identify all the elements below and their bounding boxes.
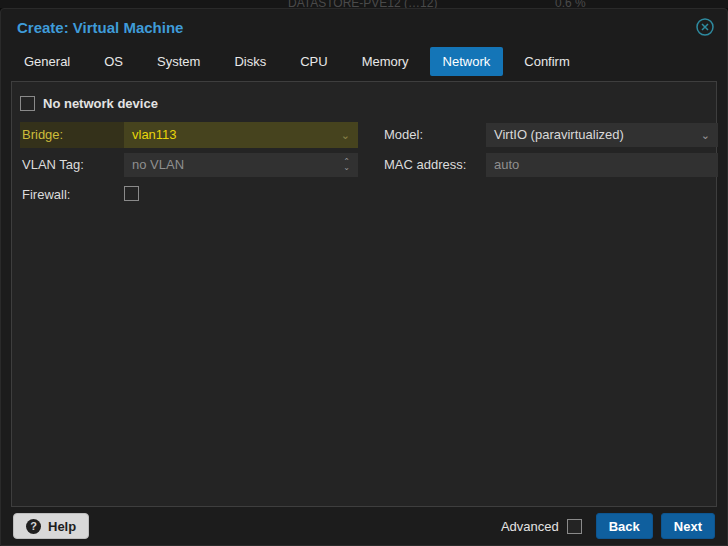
- background-page-strip: DATASTORE-PVE12 (…12) 0.6 %: [0, 0, 728, 8]
- firewall-cell: [124, 186, 358, 205]
- bridge-label: Bridge:: [20, 122, 124, 148]
- firewall-label: Firewall:: [20, 183, 124, 207]
- dialog-titlebar: Create: Virtual Machine: [1, 9, 727, 45]
- back-button[interactable]: Back: [596, 513, 653, 539]
- dialog-title: Create: Virtual Machine: [17, 19, 695, 36]
- mac-address-input[interactable]: auto: [486, 153, 718, 177]
- tab-disks[interactable]: Disks: [221, 47, 279, 76]
- mac-address-label: MAC address:: [382, 153, 486, 177]
- tab-network[interactable]: Network: [430, 47, 504, 76]
- firewall-checkbox[interactable]: [124, 186, 139, 201]
- vlan-tag-label: VLAN Tag:: [20, 153, 124, 177]
- close-icon[interactable]: [695, 17, 715, 37]
- vlan-tag-input[interactable]: no VLAN ⌃⌄: [124, 153, 358, 177]
- dialog-footer: ? Help Advanced Back Next: [1, 507, 727, 545]
- advanced-checkbox[interactable]: [567, 519, 582, 534]
- network-form-panel: No network device Bridge: vlan113 ⌄ Mode…: [11, 81, 717, 507]
- help-button[interactable]: ? Help: [13, 513, 89, 539]
- tab-system[interactable]: System: [144, 47, 213, 76]
- form-grid: Bridge: vlan113 ⌄ Model: VirtIO (paravir…: [18, 123, 710, 207]
- model-label: Model:: [382, 123, 486, 147]
- question-icon: ?: [26, 519, 41, 534]
- number-stepper-icon[interactable]: ⌃⌄: [343, 159, 350, 171]
- model-select[interactable]: VirtIO (paravirtualized) ⌄: [486, 123, 718, 147]
- model-value: VirtIO (paravirtualized): [494, 123, 701, 147]
- no-network-device-row: No network device: [18, 90, 710, 123]
- bridge-select[interactable]: vlan113 ⌄: [124, 122, 358, 148]
- tab-memory[interactable]: Memory: [349, 47, 422, 76]
- tab-cpu[interactable]: CPU: [287, 47, 340, 76]
- create-vm-dialog: Create: Virtual Machine General OS Syste…: [0, 8, 728, 546]
- background-clipped-text-left: DATASTORE-PVE12 (…12): [288, 0, 437, 8]
- tab-bar: General OS System Disks CPU Memory Netwo…: [1, 45, 727, 77]
- bridge-value: vlan113: [132, 123, 341, 147]
- advanced-label: Advanced: [501, 519, 559, 534]
- tab-confirm[interactable]: Confirm: [511, 47, 583, 76]
- no-network-device-label: No network device: [43, 96, 158, 111]
- tab-general[interactable]: General: [11, 47, 83, 76]
- vlan-tag-placeholder: no VLAN: [132, 153, 343, 177]
- chevron-down-icon: ⌄: [701, 130, 710, 141]
- next-button[interactable]: Next: [661, 513, 715, 539]
- mac-address-placeholder: auto: [494, 153, 710, 177]
- no-network-device-checkbox[interactable]: [20, 96, 35, 111]
- help-button-label: Help: [48, 519, 76, 534]
- tab-os[interactable]: OS: [91, 47, 136, 76]
- background-clipped-text-right: 0.6 %: [555, 0, 586, 8]
- chevron-down-icon: ⌄: [341, 130, 350, 141]
